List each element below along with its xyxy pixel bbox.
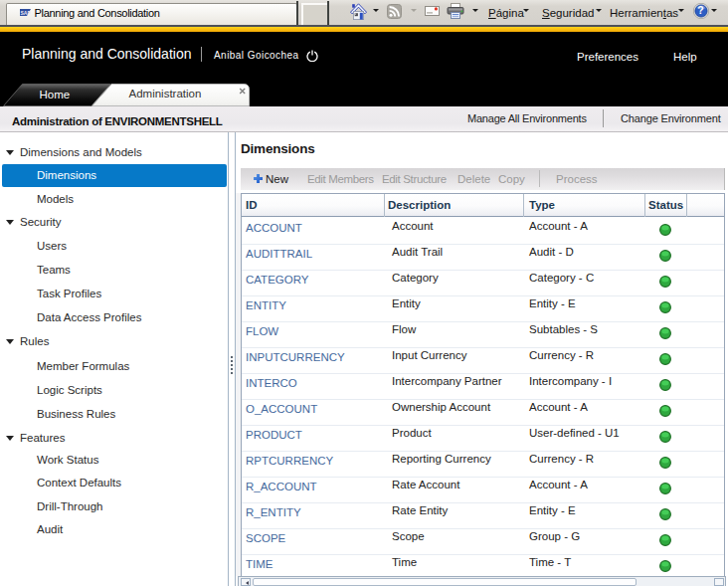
svg-text:SAP: SAP bbox=[20, 10, 31, 16]
